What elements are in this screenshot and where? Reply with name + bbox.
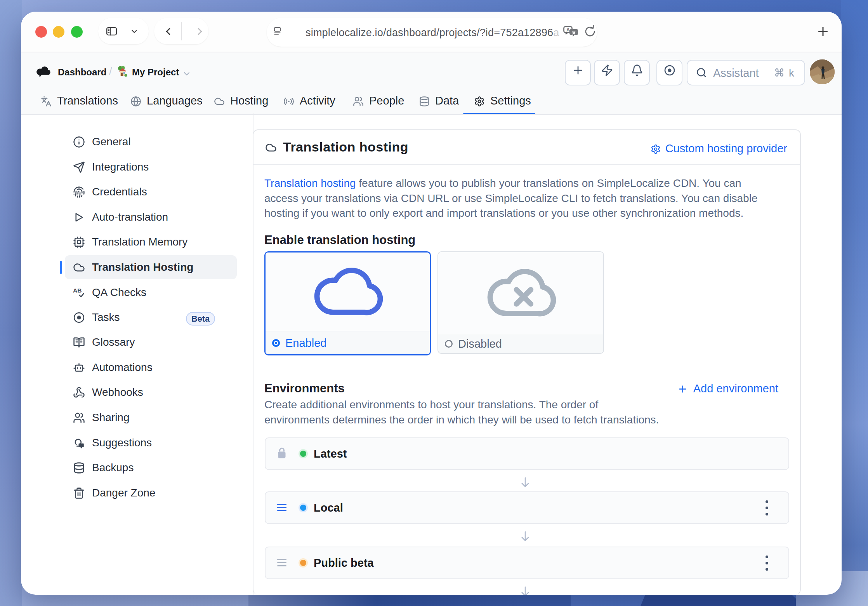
svg-text:AB: AB (73, 287, 82, 293)
svg-text:A: A (566, 27, 570, 33)
